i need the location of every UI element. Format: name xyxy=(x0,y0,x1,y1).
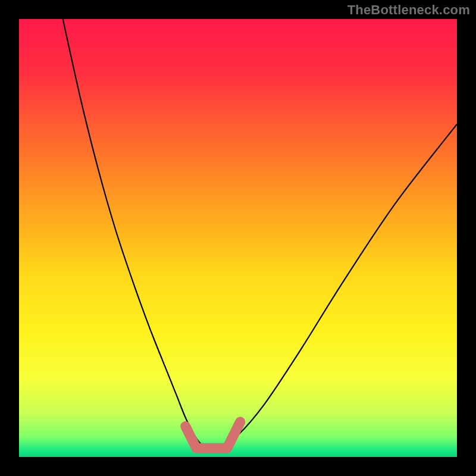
watermark-text: TheBottleneck.com xyxy=(347,2,470,18)
plot-area xyxy=(19,19,457,457)
gradient-background xyxy=(19,19,457,457)
chart-container: TheBottleneck.com xyxy=(0,0,476,476)
chart-svg xyxy=(19,19,457,457)
